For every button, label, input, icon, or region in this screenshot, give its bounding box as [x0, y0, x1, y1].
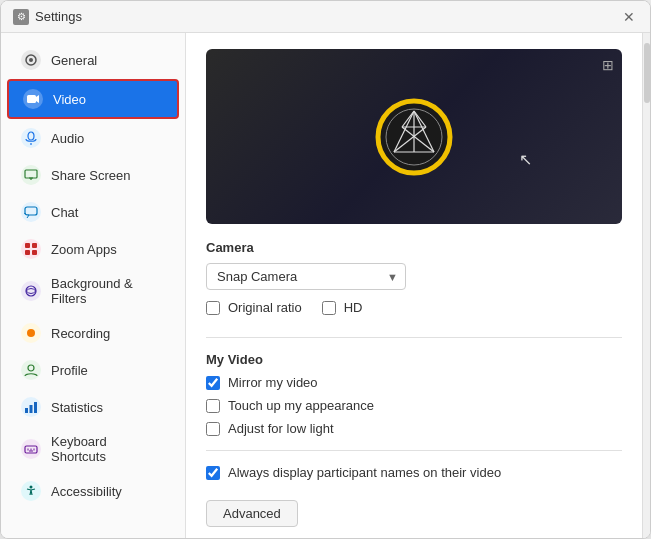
title-bar: ⚙ Settings ✕: [1, 1, 650, 33]
main-panel: ⊞ ↖: [186, 33, 642, 538]
recording-icon: [21, 323, 41, 343]
section-divider: [206, 337, 622, 338]
sidebar-item-recording[interactable]: Recording: [7, 315, 179, 351]
camera-preview: ⊞ ↖: [206, 49, 622, 224]
svg-rect-13: [32, 250, 37, 255]
svg-point-16: [28, 365, 34, 371]
sidebar-item-zoom-apps[interactable]: Zoom Apps: [7, 231, 179, 267]
svg-rect-12: [25, 250, 30, 255]
always-display-checkbox[interactable]: [206, 466, 220, 480]
camera-section: Camera Snap Camera ▼ Original ratio: [206, 240, 622, 323]
camera-dropdown-wrapper: Snap Camera ▼: [206, 263, 406, 290]
accessibility-icon: [21, 481, 41, 501]
touch-up-label: Touch up my appearance: [228, 398, 374, 413]
original-ratio-label: Original ratio: [228, 300, 302, 315]
general-icon: [21, 50, 41, 70]
low-light-checkbox-row: Adjust for low light: [206, 421, 622, 436]
main-content: General Video Audio Share Screen: [1, 33, 650, 538]
touch-up-checkbox[interactable]: [206, 399, 220, 413]
camera-dropdown[interactable]: Snap Camera: [206, 263, 406, 290]
svg-rect-10: [25, 243, 30, 248]
sidebar-item-accessibility[interactable]: Accessibility: [7, 473, 179, 509]
sidebar-item-profile[interactable]: Profile: [7, 352, 179, 388]
window-title: Settings: [35, 9, 82, 24]
sidebar-label-recording: Recording: [51, 326, 110, 341]
svg-rect-18: [30, 405, 33, 413]
always-display-label: Always display participant names on thei…: [228, 465, 501, 480]
section-divider-2: [206, 450, 622, 451]
original-ratio-checkbox[interactable]: [206, 301, 220, 315]
camera-section-title: Camera: [206, 240, 622, 255]
preview-expand-icon: ⊞: [602, 57, 614, 73]
close-button[interactable]: ✕: [620, 8, 638, 26]
camera-options-row: Original ratio HD: [206, 300, 622, 323]
sidebar-item-background-filters[interactable]: Background & Filters: [7, 268, 179, 314]
sidebar-label-statistics: Statistics: [51, 400, 103, 415]
sidebar-item-share-screen[interactable]: Share Screen: [7, 157, 179, 193]
scrollbar-track[interactable]: [642, 33, 650, 538]
touch-up-checkbox-row: Touch up my appearance: [206, 398, 622, 413]
scrollbar-thumb[interactable]: [644, 43, 650, 103]
sidebar-label-background-filters: Background & Filters: [51, 276, 165, 306]
sidebar-item-statistics[interactable]: Statistics: [7, 389, 179, 425]
title-bar-left: ⚙ Settings: [13, 9, 82, 25]
svg-rect-9: [25, 207, 37, 215]
mirror-video-checkbox[interactable]: [206, 376, 220, 390]
svg-rect-17: [25, 408, 28, 413]
keyboard-shortcuts-icon: [21, 439, 41, 459]
settings-window: ⚙ Settings ✕ General Video: [0, 0, 651, 539]
sidebar: General Video Audio Share Screen: [1, 33, 186, 538]
audio-icon: [21, 128, 41, 148]
camera-dropdown-row: Snap Camera ▼: [206, 263, 622, 290]
sidebar-item-general[interactable]: General: [7, 42, 179, 78]
svg-marker-3: [36, 95, 39, 103]
app-icon: ⚙: [13, 9, 29, 25]
always-display-checkbox-row: Always display participant names on thei…: [206, 465, 622, 480]
mirror-video-label: Mirror my video: [228, 375, 318, 390]
cursor-indicator: ↖: [519, 150, 532, 169]
sidebar-label-accessibility: Accessibility: [51, 484, 122, 499]
svg-rect-2: [27, 95, 36, 103]
svg-point-4: [28, 132, 34, 140]
svg-rect-6: [25, 170, 37, 178]
sidebar-item-audio[interactable]: Audio: [7, 120, 179, 156]
low-light-checkbox[interactable]: [206, 422, 220, 436]
sidebar-label-keyboard-shortcuts: Keyboard Shortcuts: [51, 434, 165, 464]
sidebar-label-video: Video: [53, 92, 86, 107]
snap-camera-logo: [374, 97, 454, 177]
sidebar-label-zoom-apps: Zoom Apps: [51, 242, 117, 257]
sidebar-item-keyboard-shortcuts[interactable]: Keyboard Shortcuts: [7, 426, 179, 472]
sidebar-label-general: General: [51, 53, 97, 68]
statistics-icon: [21, 397, 41, 417]
svg-point-25: [30, 486, 33, 489]
video-icon: [23, 89, 43, 109]
my-video-section-title: My Video: [206, 352, 622, 367]
mirror-video-checkbox-row: Mirror my video: [206, 375, 622, 390]
low-light-label: Adjust for low light: [228, 421, 334, 436]
hd-checkbox-row: HD: [322, 300, 363, 315]
original-ratio-checkbox-row: Original ratio: [206, 300, 302, 315]
background-filters-icon: [21, 281, 41, 301]
chat-icon: [21, 202, 41, 222]
profile-icon: [21, 360, 41, 380]
svg-rect-11: [32, 243, 37, 248]
svg-rect-19: [34, 402, 37, 413]
my-video-section: My Video Mirror my video Touch up my app…: [206, 352, 622, 436]
sidebar-item-chat[interactable]: Chat: [7, 194, 179, 230]
sidebar-label-profile: Profile: [51, 363, 88, 378]
zoom-apps-icon: [21, 239, 41, 259]
sidebar-label-audio: Audio: [51, 131, 84, 146]
share-screen-icon: [21, 165, 41, 185]
sidebar-item-video[interactable]: Video: [7, 79, 179, 119]
advanced-button[interactable]: Advanced: [206, 500, 298, 527]
svg-point-1: [29, 58, 33, 62]
svg-point-15: [27, 329, 35, 337]
sidebar-label-chat: Chat: [51, 205, 78, 220]
advanced-button-container: Advanced: [206, 492, 622, 527]
hd-label: HD: [344, 300, 363, 315]
sidebar-label-share-screen: Share Screen: [51, 168, 131, 183]
hd-checkbox[interactable]: [322, 301, 336, 315]
